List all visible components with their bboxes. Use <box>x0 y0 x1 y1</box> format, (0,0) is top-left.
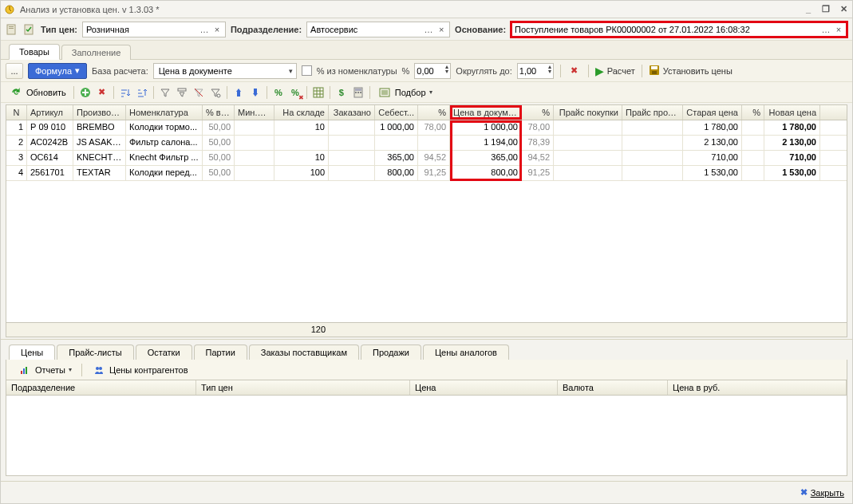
btab-analog-prices[interactable]: Цены аналогов <box>423 345 509 360</box>
cell-old[interactable]: 1 530,00 <box>683 166 742 180</box>
cell-doc[interactable]: 365,00 <box>450 151 522 165</box>
cell-p3[interactable] <box>742 151 764 165</box>
cell-buy[interactable] <box>554 136 622 150</box>
cell-p3[interactable] <box>742 136 764 150</box>
cell-ord[interactable] <box>329 120 375 135</box>
col-pct-2[interactable]: % <box>522 105 554 120</box>
move-up-icon[interactable] <box>231 85 246 100</box>
bcol-division[interactable]: Подразделение <box>6 380 196 395</box>
cell-cost[interactable]: 1 000,00 <box>375 120 418 135</box>
cell-p1[interactable]: 94,52 <box>418 151 450 165</box>
delete-icon[interactable]: ✖ <box>567 64 582 78</box>
ellipsis-icon[interactable]: … <box>422 25 435 34</box>
col-nomenclature[interactable]: Номенклатура <box>126 105 203 120</box>
btab-prices[interactable]: Цены <box>9 345 55 360</box>
cell-cost[interactable]: 800,00 <box>375 166 418 180</box>
cell-stk[interactable]: 10 <box>274 120 329 135</box>
tab-fill[interactable]: Заполнение <box>61 45 132 60</box>
cell-art[interactable]: Р 09 010 <box>27 120 73 135</box>
pick-button[interactable]: Подбор ▾ <box>374 85 436 100</box>
division-input[interactable]: Автосервис … × <box>306 22 450 37</box>
col-producer[interactable]: Производ... <box>73 105 126 120</box>
basis-input[interactable]: Поступление товаров РК00000002 от 27.01.… <box>511 22 847 37</box>
cell-p1[interactable]: 91,25 <box>418 166 450 180</box>
clear-icon[interactable]: × <box>832 25 845 34</box>
cell-n[interactable]: 2 <box>6 136 27 150</box>
doc-check-icon[interactable] <box>23 23 36 36</box>
col-sell-price[interactable]: Прайс прода... <box>622 105 683 120</box>
cell-nom[interactable]: Knecht Фильтр ... <box>126 151 203 165</box>
cell-prod[interactable]: TEXTAR <box>73 166 126 180</box>
close-window-button[interactable]: ✕ <box>838 4 849 14</box>
col-new-price[interactable]: Новая цена <box>764 105 820 120</box>
calc-button[interactable]: ▶ Расчет <box>595 65 635 77</box>
col-in-stock[interactable]: На складе <box>274 105 329 120</box>
cell-cost[interactable]: 365,00 <box>375 151 418 165</box>
cell-p1[interactable] <box>418 136 450 150</box>
tab-goods[interactable]: Товары <box>9 44 60 60</box>
col-pct-1[interactable]: % <box>418 105 450 120</box>
sort-desc-icon[interactable] <box>135 85 149 100</box>
cell-stk[interactable]: 10 <box>274 151 329 165</box>
col-min-stock[interactable]: Мин.ост <box>235 105 274 120</box>
cell-pct[interactable]: 50,00 <box>203 136 235 150</box>
cell-cost[interactable] <box>375 136 418 150</box>
table-row[interactable]: 1Р 09 010BREMBOКолодки тормо...50,00101 … <box>6 120 847 136</box>
cell-p2[interactable]: 91,25 <box>522 166 554 180</box>
calc-icon[interactable] <box>351 85 365 100</box>
cell-new[interactable]: 2 130,00 <box>764 136 820 150</box>
bcol-price[interactable]: Цена <box>410 380 558 395</box>
dots-button[interactable]: ... <box>6 63 23 79</box>
bcol-currency[interactable]: Валюта <box>558 380 668 395</box>
cell-prod[interactable]: JS ASAKA... <box>73 136 126 150</box>
cell-doc[interactable]: 800,00 <box>450 166 522 180</box>
table-row[interactable]: 3OC614KNECHT/...Knecht Фильтр ...50,0010… <box>6 151 847 166</box>
cell-art[interactable]: 2561701 <box>27 166 73 180</box>
counteragent-prices-button[interactable]: Цены контрагентов <box>89 363 192 377</box>
formula-button[interactable]: Формула▾ <box>28 63 87 79</box>
bcol-price-rub[interactable]: Цена в руб. <box>668 380 847 395</box>
cell-p1[interactable]: 78,00 <box>418 120 450 135</box>
ellipsis-icon[interactable]: … <box>198 25 211 34</box>
cell-doc[interactable]: 1 194,00 <box>450 136 522 150</box>
cell-min[interactable] <box>235 151 274 165</box>
clear-icon[interactable]: × <box>211 25 223 34</box>
col-markup-pct[interactable]: % в н... <box>203 105 235 120</box>
maximize-button[interactable]: ❐ <box>820 4 831 14</box>
filter-icon[interactable] <box>158 85 172 100</box>
cell-stk[interactable]: 100 <box>274 166 329 180</box>
col-article[interactable]: Артикул <box>27 105 73 120</box>
col-ordered[interactable]: Заказано <box>329 105 375 120</box>
cell-nom[interactable]: Колодки перед... <box>126 166 203 180</box>
filter-clear-icon[interactable] <box>192 85 206 100</box>
cell-sell[interactable] <box>622 136 683 150</box>
btab-parties[interactable]: Партии <box>194 345 247 360</box>
cell-new[interactable]: 1 780,00 <box>764 120 820 135</box>
cell-n[interactable]: 4 <box>6 166 27 180</box>
cell-buy[interactable] <box>554 166 622 180</box>
cell-art[interactable]: AC0242B <box>27 136 73 150</box>
cell-stk[interactable] <box>274 136 329 150</box>
btab-sales[interactable]: Продажи <box>361 345 421 360</box>
cell-ord[interactable] <box>329 151 375 165</box>
ellipsis-icon[interactable]: … <box>819 25 832 34</box>
btab-remains[interactable]: Остатки <box>136 345 192 360</box>
cell-n[interactable]: 3 <box>6 151 27 165</box>
cell-old[interactable]: 710,00 <box>683 151 742 165</box>
filter-by-row-icon[interactable] <box>175 85 189 100</box>
base-select[interactable]: Цена в документе <box>153 63 297 79</box>
cell-p2[interactable]: 78,39 <box>522 136 554 150</box>
cell-prod[interactable]: KNECHT/... <box>73 151 126 165</box>
percent-red-icon[interactable]: %✖ <box>288 85 302 100</box>
cell-min[interactable] <box>235 120 274 135</box>
filter-settings-icon[interactable] <box>208 85 223 100</box>
refresh-button[interactable]: Обновить <box>6 85 69 100</box>
from-nomenclature-checkbox[interactable] <box>302 65 312 76</box>
table-icon[interactable] <box>311 85 326 100</box>
doc-icon[interactable] <box>6 23 18 36</box>
percent-input[interactable]: 0,00 <box>414 63 451 79</box>
cell-nom[interactable]: Колодки тормо... <box>126 120 203 135</box>
col-n[interactable]: N <box>6 105 27 120</box>
cell-ord[interactable] <box>329 136 375 150</box>
cell-prod[interactable]: BREMBO <box>73 120 126 135</box>
